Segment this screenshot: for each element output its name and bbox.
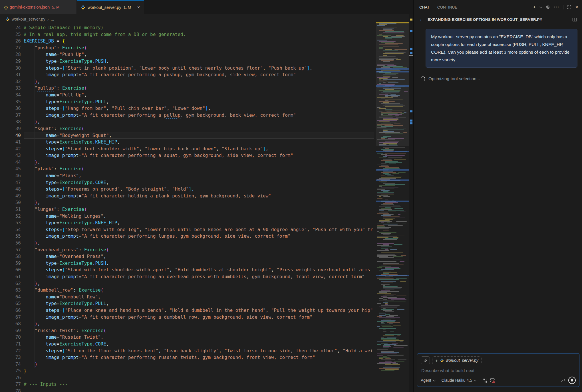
breadcrumb-more[interactable]: ... — [51, 17, 54, 21]
code-line[interactable]: 32 ), — [0, 78, 374, 85]
code-line[interactable]: 68 ), — [0, 320, 374, 327]
code-line[interactable]: 40 name="Bodyweight Squat", — [0, 132, 374, 139]
code-line[interactable]: 51 "lunges": Exercise( — [0, 206, 374, 213]
code-line[interactable]: 29 type=ExerciseType.PUSH, — [0, 58, 374, 65]
chat-message-input[interactable] — [421, 368, 577, 373]
code-line[interactable]: 48 steps=["Forearms on ground", "Body st… — [0, 186, 374, 193]
minimap-slider[interactable] — [376, 23, 409, 146]
agent-mode-dropdown[interactable]: Agent — [421, 378, 435, 383]
code-line[interactable]: 42 steps=["Stand feet shoulder width", "… — [0, 146, 374, 152]
code-line[interactable]: 33 "pullup": Exercise( — [0, 85, 374, 92]
code-line[interactable]: 67 image_prompt="A fit character perform… — [0, 314, 374, 321]
code-line[interactable]: 62 ), — [0, 280, 374, 287]
code-line[interactable]: 34 name="Pull Up", — [0, 92, 374, 98]
minimap-code-row — [381, 281, 396, 282]
code-line[interactable]: 41 type=ExerciseType.KNEE_HIP, — [0, 139, 374, 146]
code-line[interactable]: 39 "squat": Exercise( — [0, 125, 374, 132]
new-chat-chevron-icon[interactable] — [539, 5, 542, 8]
code-line[interactable]: 28 name="Push Up", — [0, 51, 374, 58]
code-line[interactable]: 38 ), — [0, 118, 374, 125]
minimap-code-row — [381, 149, 394, 150]
code-line[interactable]: 31 image_prompt="A fit character perform… — [0, 71, 374, 78]
back-arrow-icon[interactable]: ← — [419, 17, 424, 22]
code-line[interactable]: 49 image_prompt="A fit character holding… — [0, 193, 374, 199]
line-number: 62 — [0, 280, 21, 287]
line-number: 77 — [0, 381, 21, 388]
stop-button[interactable] — [568, 377, 576, 384]
minimap-code-row — [388, 225, 403, 226]
code-line[interactable]: 57 "overhead_press": Exercise( — [0, 246, 374, 253]
mcp-server-warning-icon[interactable] — [490, 378, 495, 383]
minimap-code-row — [383, 340, 404, 341]
code-line[interactable]: 35 type=ExerciseType.PULL, — [0, 98, 374, 105]
code-line[interactable]: 59 type=ExerciseType.PUSH, — [0, 260, 374, 267]
code-line[interactable]: 61 image_prompt="A fit character perform… — [0, 273, 374, 280]
code-line[interactable]: 37 image_prompt="A fit character perform… — [0, 112, 374, 119]
code-line[interactable]: 26EXERCISE_DB = { — [0, 38, 374, 45]
code-line[interactable]: 69 "russian_twist": Exercise( — [0, 327, 374, 334]
code-line[interactable]: 46 name="Plank", — [0, 172, 374, 179]
code-line[interactable]: 72 steps=["Sit on the floor with knees b… — [0, 347, 374, 354]
code-line[interactable]: 30 steps=["Start in plank position", "Lo… — [0, 65, 374, 72]
attach-button[interactable] — [421, 356, 430, 364]
code-line[interactable]: 63 "dumbbell_row": Exercise( — [0, 287, 374, 294]
minimap-code-row — [385, 236, 396, 236]
code-line[interactable]: 71 type=ExerciseType.CORE, — [0, 341, 374, 347]
breadcrumb[interactable]: workout_server.py › ... — [0, 14, 413, 24]
maximize-icon[interactable] — [567, 5, 571, 9]
minimap[interactable] — [376, 20, 409, 372]
breadcrumb-file[interactable]: workout_server.py — [12, 17, 45, 21]
more-ellipsis-icon[interactable]: ··· — [554, 4, 559, 10]
code-line[interactable]: 47 type=ExerciseType.CORE, — [0, 179, 374, 186]
context-file-chip[interactable]: + workout_server.py — [432, 356, 482, 364]
code-line[interactable]: 78 — [0, 388, 374, 392]
minimap-code-row — [383, 296, 394, 296]
minimap-code-row — [392, 260, 402, 260]
tools-icon[interactable] — [482, 378, 488, 383]
new-chat-plus-icon[interactable]: + — [533, 4, 536, 10]
code-line[interactable]: 50 ), — [0, 199, 374, 206]
gear-icon[interactable] — [545, 5, 550, 9]
minimap-code-row — [381, 343, 388, 344]
code-line[interactable]: 58 name="Overhead Press", — [0, 253, 374, 260]
code-line[interactable]: 73 image_prompt="A fit character perform… — [0, 354, 374, 361]
code-line[interactable]: 52 name="Walking Lunges", — [0, 213, 374, 220]
code-line[interactable]: 60 steps=["Stand with feet shoulder-widt… — [0, 266, 374, 273]
code-line[interactable]: 53 type=ExerciseType.KNEE_HIP, — [0, 219, 374, 226]
code-line[interactable]: 27 "pushup": Exercise( — [0, 45, 374, 51]
code-line[interactable]: 76 — [0, 374, 374, 381]
line-number: 31 — [0, 71, 21, 78]
tab-gemini-extension-json[interactable]: { } gemini-extension.json 5, M — [0, 0, 77, 14]
tab-continue[interactable]: CONTINUE — [437, 0, 458, 14]
send-arrow-icon[interactable] — [560, 378, 566, 383]
minimap-code-row — [381, 183, 386, 183]
code-line[interactable]: 64 name="Dumbbell Row", — [0, 294, 374, 300]
line-number: 35 — [0, 98, 21, 105]
code-line[interactable]: 43 image_prompt="A fit character perform… — [0, 152, 374, 159]
code-line[interactable]: 75} — [0, 367, 374, 374]
code-line[interactable]: 56 ), — [0, 240, 374, 246]
minimap-code-row — [377, 255, 396, 256]
minimap-code-row — [381, 222, 384, 223]
code-line[interactable]: 65 type=ExerciseType.PULL, — [0, 300, 374, 307]
code-editor[interactable]: 24# Sample Database (in-memory)25# In a … — [0, 24, 374, 392]
code-line[interactable]: 66 steps=["Place one knee and hand on a … — [0, 307, 374, 314]
code-line[interactable]: 54 steps=["Step forward with one leg", "… — [0, 226, 374, 233]
code-line[interactable]: 36 steps=["Hang from bar", "Pull chin ov… — [0, 105, 374, 112]
code-line[interactable]: 70 name="Russian Twist", — [0, 334, 374, 341]
code-line[interactable]: 74 ) — [0, 361, 374, 368]
code-line[interactable]: 77# --- Inputs --- — [0, 381, 374, 388]
tab-workout-server-py[interactable]: workout_server.py 1, M × — [77, 0, 144, 14]
code-line[interactable]: 55 image_prompt="A fit character perform… — [0, 233, 374, 240]
close-panel-icon[interactable]: × — [575, 4, 578, 10]
tab-chat[interactable]: CHAT — [419, 0, 430, 14]
close-tab-icon[interactable]: × — [137, 5, 140, 10]
chat-input-box[interactable]: + workout_server.py Agent Claude Haiku 4… — [417, 353, 579, 387]
model-dropdown[interactable]: Claude Haiku 4.5 — [442, 378, 476, 383]
code-line[interactable]: 24# Sample Database (in-memory) — [0, 24, 374, 31]
open-in-editor-icon[interactable] — [572, 17, 577, 22]
code-line[interactable]: 44 ), — [0, 159, 374, 166]
code-line[interactable]: 25# In a real app, this might come from … — [0, 31, 374, 38]
overview-ruler-scrollbar[interactable] — [409, 14, 414, 392]
code-line[interactable]: 45 "plank": Exercise( — [0, 165, 374, 172]
